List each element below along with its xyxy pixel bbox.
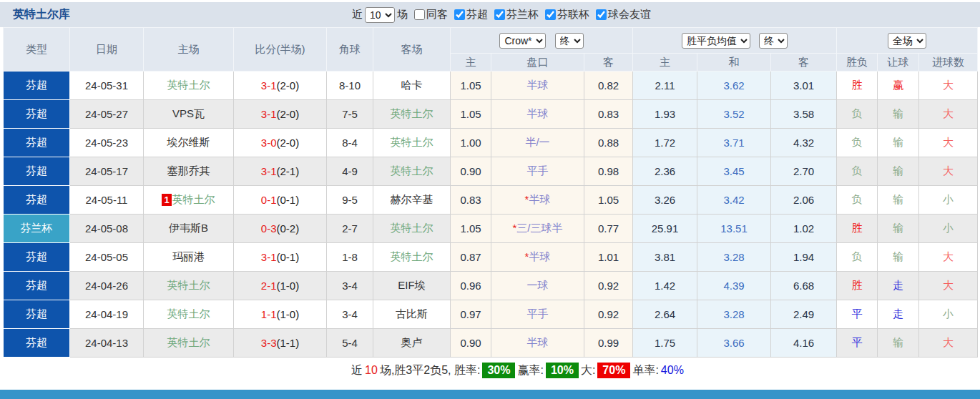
table-row: 芬超 24-05-05 玛丽港 3-1(0-1) 1-8 英特土尔 0.87 *… xyxy=(4,243,978,272)
handicap-line: 半球 xyxy=(529,250,550,262)
odds-home: 0.90 xyxy=(451,329,491,358)
score-cell: 0-3(0-2) xyxy=(234,215,327,243)
match-date: 24-05-11 xyxy=(70,186,144,215)
avg-home-odds: 2.64 xyxy=(633,300,697,329)
home-team-cell: 1英特土尔 xyxy=(144,186,234,215)
scope-select[interactable]: 全场 xyxy=(888,33,926,49)
handicap-result: 输 xyxy=(878,186,919,215)
league-badge: 芬超 xyxy=(4,100,70,129)
home-team-cell: 塞那乔其 xyxy=(144,157,234,186)
half-time-score: (2-0) xyxy=(277,108,300,120)
avg-away-odds: 2.06 xyxy=(771,186,837,215)
goals-result: 大 xyxy=(919,329,978,358)
full-time-score: 3-1 xyxy=(261,108,277,120)
avg-time-select[interactable]: 终 xyxy=(759,33,788,49)
away-team-name: 英特土尔 xyxy=(391,107,433,119)
goals-result: 大 xyxy=(919,272,978,300)
single-rate-label: 单率: xyxy=(632,363,658,378)
home-team-name: 英特土尔 xyxy=(172,193,215,205)
away-team-name: 古比斯 xyxy=(396,307,428,320)
full-time-score: 1-1 xyxy=(261,308,277,320)
league-badge: 芬超 xyxy=(4,157,70,186)
avg-draw-odds: 3.52 xyxy=(697,100,771,129)
rank-badge: 1 xyxy=(162,194,171,206)
handicap-line: 半球 xyxy=(527,336,549,348)
avg-draw-odds: 3.42 xyxy=(697,186,771,215)
filter-checkbox-league1[interactable] xyxy=(454,9,465,20)
score-cell: 3-1(2-1) xyxy=(234,157,327,186)
single-rate-value: 40% xyxy=(661,364,684,377)
away-team-cell: 英特土尔 xyxy=(373,129,451,157)
match-result: 负 xyxy=(837,186,878,215)
away-team-name: EIF埃 xyxy=(398,279,425,291)
sub-header-handicap-result: 让球 xyxy=(878,54,919,72)
handicap-cell: 一球 xyxy=(491,272,584,300)
match-result: 负 xyxy=(837,157,878,186)
handicap-cell: *半球 xyxy=(491,186,584,215)
col-header-score: 比分(半场) xyxy=(234,28,327,72)
handicap-rate-label: 赢率: xyxy=(517,363,543,378)
away-team-name: 奥卢 xyxy=(401,336,423,348)
league-badge: 芬超 xyxy=(4,129,70,157)
match-date: 24-05-23 xyxy=(70,129,144,157)
home-team-cell: 英特土尔 xyxy=(144,72,234,100)
col-header-corner: 角球 xyxy=(327,28,373,72)
table-row: 芬超 24-04-19 英特土尔 1-1(1-0) 3-4 古比斯 0.97 平… xyxy=(4,300,978,329)
table-row: 芬超 24-05-17 塞那乔其 3-1(2-1) 4-9 英特土尔 0.90 … xyxy=(4,157,978,186)
away-team-cell: EIF埃 xyxy=(373,272,451,300)
score-cell: 1-1(1-0) xyxy=(234,300,327,329)
avg-home-odds: 2.11 xyxy=(633,72,697,100)
col-header-away: 客场 xyxy=(373,28,451,72)
home-team-cell: 玛丽港 xyxy=(144,243,234,272)
recent-count-select[interactable]: 10 xyxy=(365,7,395,23)
full-time-score: 2-1 xyxy=(261,280,277,292)
filter-label-league2: 芬兰杯 xyxy=(506,8,539,21)
avg-home-odds: 1.42 xyxy=(633,272,697,300)
full-time-score: 0-1 xyxy=(261,194,277,206)
handicap-line: 半球 xyxy=(527,107,549,119)
filter-checkbox-league4[interactable] xyxy=(596,9,607,20)
match-result: 胜 xyxy=(837,215,878,243)
full-time-score: 3-1 xyxy=(261,251,277,263)
score-cell: 2-1(1-0) xyxy=(234,272,327,300)
match-date: 24-04-19 xyxy=(70,300,144,329)
filter-checkbox-league3[interactable] xyxy=(545,9,556,20)
corner-count: 9-5 xyxy=(327,186,373,215)
avg-dropdown-cell: 胜平负均值 终 xyxy=(633,28,837,54)
sub-header-handicap: 盘口 xyxy=(491,54,584,72)
sub-header-result: 胜负 xyxy=(837,54,878,72)
half-time-score: (2-0) xyxy=(277,79,300,92)
avg-home-odds: 3.26 xyxy=(633,186,697,215)
handicap-line: 半球 xyxy=(527,79,549,91)
sub-header-odds-away: 客 xyxy=(584,54,633,72)
handicap-result: 输 xyxy=(878,157,919,186)
home-team-name: 英特土尔 xyxy=(167,279,210,291)
handicap-result: 输 xyxy=(878,243,919,272)
avg-draw-odds: 3.71 xyxy=(697,129,771,157)
handicap-result: 赢 xyxy=(878,72,919,100)
odds-home: 0.83 xyxy=(451,186,491,215)
sub-header-avg-draw: 和 xyxy=(697,54,771,72)
avg-away-odds: 3.01 xyxy=(771,72,837,100)
home-team-name: 埃尔维斯 xyxy=(167,136,210,148)
away-team-cell: 哈卡 xyxy=(373,72,451,100)
away-team-cell: 赫尔辛基 xyxy=(373,186,451,215)
same-venue-checkbox[interactable] xyxy=(414,9,425,20)
odds-away: 0.92 xyxy=(584,272,633,300)
match-result: 胜 xyxy=(837,72,878,100)
corner-count: 7-5 xyxy=(327,100,373,129)
handicap-cell: *半球 xyxy=(491,243,584,272)
handicap-cell: 半/一 xyxy=(491,129,584,157)
handicap-line: 一球 xyxy=(527,279,549,291)
home-team-cell: 英特土尔 xyxy=(144,329,234,358)
odds-time-select[interactable]: 终 xyxy=(555,33,584,49)
table-row: 芬超 24-05-27 VPS瓦 3-1(2-0) 7-5 英特土尔 1.05 … xyxy=(4,100,978,129)
half-time-score: (0-1) xyxy=(277,251,300,263)
bookmaker-select[interactable]: Crow* xyxy=(499,33,546,49)
avg-type-select[interactable]: 胜平负均值 xyxy=(682,33,750,49)
avg-away-odds: 4.32 xyxy=(771,129,837,157)
home-team-cell: 英特土尔 xyxy=(144,300,234,329)
corner-count: 8-4 xyxy=(327,129,373,157)
filter-checkbox-league2[interactable] xyxy=(494,9,505,20)
same-venue-label: 同客 xyxy=(426,8,448,21)
